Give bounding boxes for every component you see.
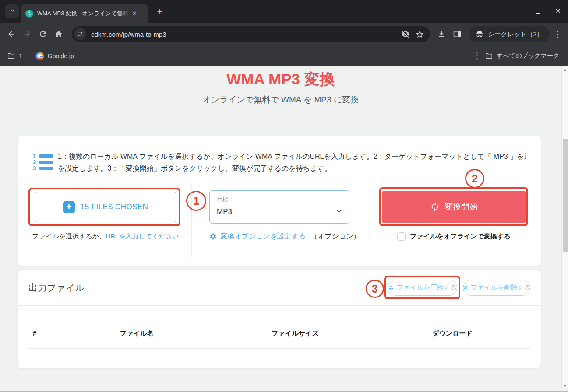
eye-off-icon [401, 30, 410, 38]
tab-close-icon[interactable]: ✕ [130, 9, 139, 18]
incognito-icon [475, 30, 484, 38]
instructions-text: 1：複数のローカル WMA ファイルを選択するか、オンライン WMA ファイルの… [58, 150, 526, 174]
bookmarks-bar: 1 Google jp すべてのブックマーク [0, 46, 568, 66]
side-panel-button[interactable] [449, 26, 465, 42]
output-files-title: 出力ファイル [28, 282, 85, 294]
google-favicon-icon [35, 52, 44, 60]
window-controls: ✕ [508, 0, 568, 22]
column-header-index: # [33, 329, 36, 337]
annotation-circle-1: 1 [186, 191, 206, 211]
instructions-line-2: を設定します。3：「変換開始」ボタンをクリックし、変換が完了するのを待ちます。 [58, 162, 526, 174]
downloads-button[interactable] [434, 26, 449, 42]
home-icon [54, 30, 63, 38]
incognito-profile-chip[interactable]: シークレット（2） [469, 26, 550, 42]
browser-titlebar: WMA MP3 変換 - オンラインで無料 ✕ + ✕ [0, 0, 568, 23]
star-icon [415, 30, 424, 39]
incognito-label: シークレット（2） [488, 30, 543, 38]
all-bookmarks-button[interactable]: すべてのブックマーク [485, 52, 559, 60]
browser-tab[interactable]: WMA MP3 変換 - オンラインで無料 ✕ [21, 4, 148, 23]
conversion-options-label: 変換オプションを設定する [220, 232, 306, 241]
bookmark-folder-label: 1 [19, 52, 22, 60]
offline-label: ファイルをオフラインで変換する [410, 232, 511, 241]
list-num-3: 3 [33, 166, 37, 170]
back-icon [7, 30, 16, 38]
annotation-circle-2: 2 [465, 169, 484, 188]
url-input-link[interactable]: URLを入力してください [106, 232, 179, 240]
site-settings-chip[interactable] [74, 28, 86, 40]
instructions-line-1: 1：複数のローカル WMA ファイルを選択するか、オンライン WMA ファイルの… [58, 150, 526, 162]
x-icon: ✕ [462, 284, 468, 292]
chevron-down-icon [335, 207, 343, 217]
page-subtitle: オンラインで無料で WMA を MP3 に変換 [0, 94, 561, 105]
numbered-list-icon: 1 2 3 [33, 154, 54, 172]
scrollbar-thumb[interactable] [563, 139, 568, 252]
column-header-download: ダウンロード [432, 329, 473, 338]
page-scrollbar[interactable] [561, 66, 568, 389]
forward-button[interactable] [19, 26, 35, 42]
chevron-down-icon [9, 7, 15, 15]
files-chosen-button[interactable]: + 15 FILES CHOSEN [35, 192, 176, 222]
compress-files-label: ファイルを圧縮する [397, 284, 457, 292]
list-bar [39, 167, 53, 170]
column-header-filename: ファイル名 [120, 329, 153, 338]
all-bookmarks-label: すべてのブックマーク [497, 52, 559, 60]
browser-menu-button[interactable]: ⋮ [550, 26, 564, 42]
offline-checkbox[interactable] [397, 232, 406, 241]
delete-files-button[interactable]: ✕ ファイルを削除する [463, 280, 530, 296]
list-bar [39, 161, 53, 164]
bookmark-google-jp[interactable]: Google jp [35, 52, 74, 60]
options-note: （オプション） [310, 232, 360, 241]
home-button[interactable] [51, 26, 67, 42]
maximize-icon [536, 9, 540, 14]
target-value: MP3 [217, 207, 342, 216]
compress-icon [388, 284, 394, 291]
download-icon [437, 30, 446, 38]
back-button[interactable] [4, 26, 19, 42]
bookmark-folder-1[interactable]: 1 [7, 52, 22, 60]
tracking-protection-button[interactable] [399, 27, 413, 41]
conversion-options-link[interactable]: 変換オプションを設定する [209, 232, 306, 241]
close-button[interactable]: ✕ [548, 0, 568, 22]
scrollbar-down-arrow-icon[interactable] [563, 385, 567, 387]
chooser-hint-prefix: ファイルを選択するか、 [32, 232, 106, 240]
plus-icon: + [63, 201, 75, 213]
gear-icon [209, 233, 217, 240]
new-tab-button[interactable]: + [154, 6, 166, 18]
url-text[interactable]: cdkm.com/jp/wma-to-mp3 [91, 31, 399, 38]
site-favicon-icon [25, 10, 33, 18]
converter-card: 1 2 3 1：複数のローカル WMA ファイルを選択するか、オンライン WMA… [18, 136, 541, 266]
tab-search-button[interactable] [5, 4, 19, 18]
target-label: 目標： [217, 196, 342, 203]
bookmark-google-label: Google jp [48, 52, 74, 60]
side-panel-icon [453, 30, 462, 38]
bookmarks-overflow-grip [476, 52, 478, 60]
maximize-button[interactable] [528, 0, 548, 22]
refresh-icon [430, 202, 440, 212]
page-content: WMA MP3 変換 オンラインで無料で WMA を MP3 に変換 1 2 3… [0, 66, 568, 391]
minimize-button[interactable] [508, 0, 528, 22]
table-header-divider [28, 348, 530, 349]
annotation-circle-3: 3 [366, 280, 384, 298]
browser-toolbar: cdkm.com/jp/wma-to-mp3 シークレット（2） ⋮ [0, 23, 568, 46]
start-conversion-button[interactable]: 変換開始 [382, 191, 526, 223]
output-files-card: 出力ファイル 3 ファイルを圧縮する ✕ ファイルを削除する # ファイル名 フ… [18, 270, 541, 368]
tune-icon [77, 31, 84, 38]
target-format-select[interactable]: 目標： MP3 [209, 190, 349, 224]
compress-files-button[interactable]: ファイルを圧縮する [388, 280, 457, 296]
list-num-1: 1 [33, 154, 37, 158]
reload-icon [39, 30, 47, 38]
offline-option-row: ファイルをオフラインで変換する [382, 232, 526, 241]
list-bar [39, 154, 53, 158]
bookmark-star-button[interactable] [413, 27, 427, 41]
column-header-filesize: ファイルサイズ [272, 329, 318, 338]
start-conversion-label: 変換開始 [445, 201, 478, 213]
reload-button[interactable] [35, 26, 51, 42]
page-title: WMA MP3 変換 [0, 69, 561, 90]
scrollbar-up-arrow-icon[interactable] [563, 69, 567, 71]
address-bar[interactable]: cdkm.com/jp/wma-to-mp3 [72, 26, 430, 42]
chooser-hint: ファイルを選択するか、URLを入力してください [29, 232, 182, 241]
list-num-2: 2 [33, 160, 37, 164]
card-header-divider [18, 305, 541, 306]
folder-icon [7, 52, 15, 60]
minimize-icon [515, 11, 520, 11]
